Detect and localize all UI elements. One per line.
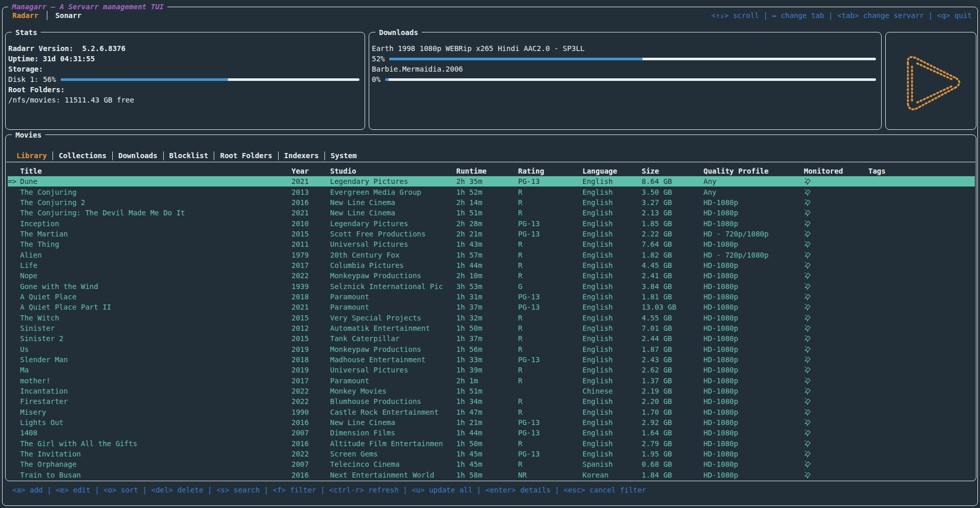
movie-row-10[interactable]: Nope2022Monkeypaw Productions2h 10mREngl… [8,270,975,281]
cell-runtime: 3h 53m [456,282,518,291]
movie-row-2[interactable]: The Conjuring2013Evergreen Media Group1h… [8,187,975,197]
bookmark-icon [804,324,811,332]
movie-row-16[interactable]: Sinister 22015Tank Caterpillar1h 37mREng… [8,333,975,344]
cell-runtime: 2h 35m [456,177,518,185]
bookmark-icon [804,188,811,196]
cell-studio: Altitude Film Entertainmen [330,439,456,448]
movies-tab-system[interactable]: System [325,151,363,160]
cell-monitored [804,324,868,332]
movie-row-7[interactable]: The Thing2011Universal Pictures1h 43mREn… [8,239,975,249]
cell-language: Chinese [582,387,642,395]
movie-row-26[interactable]: The Girl with All the Gifts2016Altitude … [8,438,975,449]
cell-studio: New Line Cinema [330,198,456,207]
cell-year: 2011 [291,240,330,248]
cell-language: Korean [582,471,642,479]
cell-size: 1.81 GB [642,293,703,301]
cell-year: 1990 [291,408,330,416]
movie-row-23[interactable]: Misery1990Castle Rock Entertainment1h 47… [8,407,975,417]
cell-size: 2.79 GB [642,439,703,448]
movie-row-3[interactable]: The Conjuring 22016New Line Cinema2h 14m… [8,197,975,208]
footer-help-bar: <a> add | <e> edit | <o> sort | <del> de… [12,486,646,494]
cell-size: 1.82 GB [642,251,703,259]
tab-sonarr[interactable]: Sonarr [50,11,87,20]
bookmark-icon [804,429,811,437]
cell-rating: R [518,366,582,374]
bookmark-icon [804,282,811,291]
cell-monitored [804,450,868,458]
logo-panel [885,32,976,130]
cell-language: English [582,439,642,448]
movie-row-4[interactable]: The Conjuring: The Devil Made Me Do It20… [8,208,975,218]
cell-quality_profile: HD-1080p [703,387,804,395]
movie-row-22[interactable]: Firestarter2022Blumhouse Productions1h 3… [8,396,975,407]
movies-tab-blocklist[interactable]: Blocklist [164,151,214,160]
movies-table-body: =>Dune2021Legendary Pictures2h 35mPG-13E… [8,176,975,480]
cell-quality_profile: Any [703,188,804,196]
cell-language: English [582,188,642,196]
movie-row-6[interactable]: The Martian2015Scott Free Productions2h … [8,229,975,239]
cell-runtime: 1h 33m [456,355,518,364]
bookmark-icon [804,460,811,468]
movie-row-13[interactable]: A Quiet Place Part II2021Paramount1h 37m… [8,302,975,312]
cell-title: The Conjuring 2 [20,198,291,207]
cell-studio: 20th Century Fox [330,251,456,259]
movie-row-8[interactable]: Alien197920th Century Fox1h 57mREnglish1… [8,249,975,260]
tabs-divider [6,162,975,162]
cell-size: 4.55 GB [642,314,703,322]
managarr-play-logo [892,47,970,114]
movie-row-9[interactable]: Life2017Columbia Pictures1h 44mREnglish4… [8,260,975,270]
movies-tab-library[interactable]: Library [11,151,53,160]
cell-size: 2.43 GB [642,355,703,364]
cell-monitored [804,460,868,468]
movie-row-5[interactable]: Inception2010Legendary Pictures2h 28mPG-… [8,218,975,228]
movie-row-12[interactable]: A Quiet Place2018Paramount1h 31mPG-13Eng… [8,292,975,302]
stats-panel-title: Stats [12,27,41,38]
cell-language: English [582,418,642,427]
movie-row-29[interactable]: Train to Busan2016Next Entertainment Wor… [8,470,975,480]
movie-row-17[interactable]: Us2019Monkeypaw Productions1h 56mREnglis… [8,344,975,354]
cell-rating: R [518,324,582,332]
movie-row-20[interactable]: mother!2017Paramount2h 1mREnglish1.37 GB… [8,376,975,386]
bookmark-icon [804,345,811,353]
movie-row-11[interactable]: Gone with the Wind1939Selznick Internati… [8,281,975,291]
cell-language: English [582,293,642,301]
movies-tab-downloads[interactable]: Downloads [113,151,163,160]
cell-year: 2018 [291,293,330,301]
movie-row-14[interactable]: The Witch2015Very Special Projects1h 32m… [8,312,975,323]
movies-panel: Movies LibraryCollectionsDownloadsBlockl… [5,134,976,481]
cell-rating: PG-13 [518,418,582,427]
download-progress-line: 0% [372,74,876,84]
movies-tab-root-folders[interactable]: Root Folders [214,151,278,160]
cell-title: The Conjuring: The Devil Made Me Do It [20,209,291,217]
movie-row-21[interactable]: Incantation2022Monkey Movies1h 51mChines… [8,386,975,396]
version-label: Radarr Version: [8,43,73,54]
cell-studio: Selznick International Pic [330,282,456,291]
movie-row-15[interactable]: Sinister2012Automatik Entertainment1h 50… [8,323,975,333]
tab-radarr[interactable]: Radarr [7,11,44,20]
cell-title: The Martian [20,230,291,238]
movie-row-19[interactable]: Ma2019Universal Pictures1h 39mREnglish2.… [8,365,975,375]
cell-year: 2022 [291,450,330,458]
cell-year: 2015 [291,314,330,322]
movie-row-24[interactable]: Lights Out2016New Line Cinema1h 21mPG-13… [8,417,975,428]
cell-rating: PG-13 [518,177,582,185]
downloads-panel: Downloads Earth 1998 1080p WEBRip x265 H… [369,32,882,130]
movie-row-1[interactable]: =>Dune2021Legendary Pictures2h 35mPG-13E… [8,176,975,187]
cell-title: Lights Out [20,418,291,427]
movie-row-25[interactable]: 14082007Dimension Films1h 44mPG-13Englis… [8,428,975,438]
movie-row-27[interactable]: The Invitation2022Screen Gems1h 45mPG-13… [8,449,975,459]
cell-quality_profile: HD-1080p [703,240,804,248]
bookmark-icon [804,261,811,269]
cell-quality_profile: HD-1080p [703,450,804,458]
movie-row-28[interactable]: The Orphanage2007Telecinco Cinema1h 45mR… [8,459,975,469]
cell-title: Train to Busan [20,471,291,479]
cell-language: English [582,177,642,185]
cell-studio: Paramount [330,303,456,311]
movies-tab-indexers[interactable]: Indexers [279,151,324,160]
movies-tab-collections[interactable]: Collections [53,151,112,160]
root-folders-label: Root Folders: [8,84,359,95]
cell-runtime: 1h 45m [456,460,518,468]
cell-runtime: 1h 44m [456,261,518,269]
movie-row-18[interactable]: Slender Man2018Madhouse Entertainment1h … [8,354,975,365]
cell-size: 2.92 GB [642,418,703,427]
